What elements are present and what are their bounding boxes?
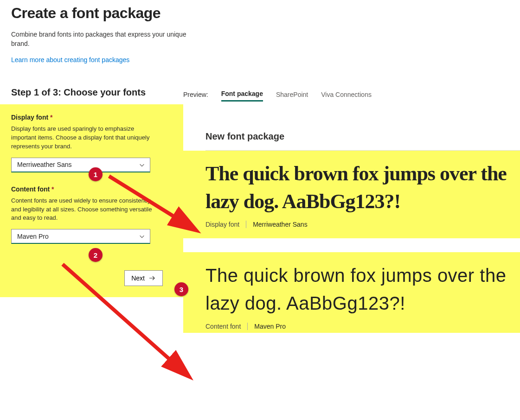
content-font-value: Maven Pro <box>17 233 49 240</box>
display-font-label: Display font * <box>11 114 172 121</box>
display-font-sample: The quick brown fox jumps over the lazy … <box>183 151 520 238</box>
arrow-right-icon <box>148 274 156 282</box>
display-font-label-text: Display font <box>11 114 48 121</box>
form-panel: Display font * Display fonts are used sp… <box>0 104 183 297</box>
display-sample-text: The quick brown fox jumps over the lazy … <box>205 160 520 215</box>
meta-divider <box>246 221 246 228</box>
required-mark: * <box>51 185 54 193</box>
tab-sharepoint[interactable]: SharePoint <box>276 88 308 101</box>
content-meta-label: Content font <box>205 323 241 330</box>
next-button-label: Next <box>131 274 145 282</box>
required-mark: * <box>50 114 52 121</box>
preview-card-title: New font package <box>205 131 509 142</box>
learn-more-link[interactable]: Learn more about creating font packages <box>11 56 129 64</box>
tab-viva-connections[interactable]: Viva Connections <box>321 88 372 101</box>
content-font-help: Content fonts are used widely to ensure … <box>11 197 160 223</box>
preview-tabs: Preview: Font package SharePoint Viva Co… <box>183 87 520 106</box>
display-font-help: Display fonts are used sparingly to emph… <box>11 125 160 151</box>
step-title: Step 1 of 3: Choose your fonts <box>0 87 183 98</box>
preview-label: Preview: <box>183 91 208 98</box>
content-font-label-text: Content font <box>11 185 50 193</box>
content-font-sample: The quick brown fox jumps over the lazy … <box>183 252 520 333</box>
annotation-badge-2: 2 <box>89 248 103 262</box>
content-font-label: Content font * <box>11 185 172 193</box>
content-font-field: Content font * Content fonts are used wi… <box>11 185 172 244</box>
annotation-badge-3: 3 <box>174 282 188 296</box>
display-font-value: Merriweather Sans <box>17 161 72 168</box>
display-font-field: Display font * Display fonts are used sp… <box>11 114 172 172</box>
display-meta-value: Merriweather Sans <box>253 221 308 228</box>
annotation-badge-1: 1 <box>89 167 103 181</box>
chevron-down-icon <box>139 162 145 170</box>
page-title: Create a font package <box>11 5 509 22</box>
display-font-dropdown[interactable]: Merriweather Sans <box>11 158 150 172</box>
content-font-dropdown[interactable]: Maven Pro <box>11 229 150 244</box>
preview-card-header: New font package <box>205 121 520 151</box>
page-description: Combine brand fonts into packages that e… <box>11 30 206 48</box>
tab-font-package[interactable]: Font package <box>221 87 263 102</box>
content-sample-text: The quick brown fox jumps over the lazy … <box>205 261 520 317</box>
display-meta-label: Display font <box>205 221 239 228</box>
next-button[interactable]: Next <box>124 270 163 286</box>
meta-divider <box>247 323 248 330</box>
chevron-down-icon <box>139 233 145 241</box>
content-meta-value: Maven Pro <box>254 323 286 330</box>
